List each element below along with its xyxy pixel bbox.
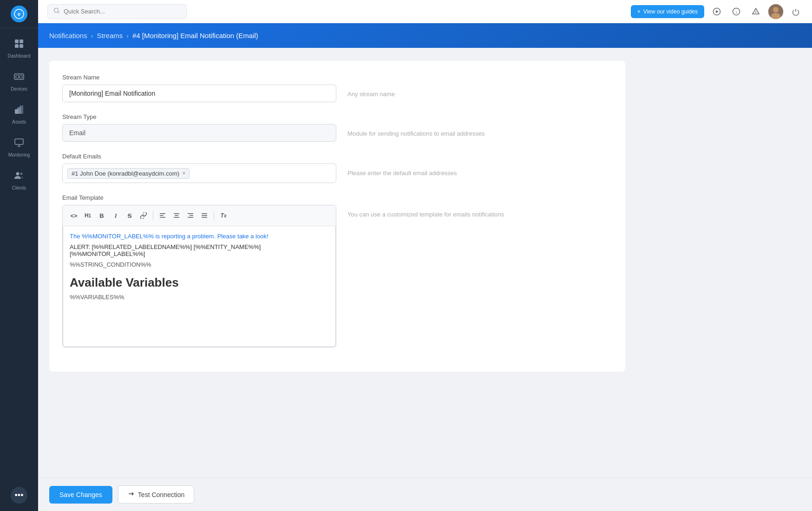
search-icon — [53, 7, 60, 16]
toolbar-align-center[interactable] — [170, 209, 183, 222]
toolbar-align-justify[interactable] — [198, 209, 211, 222]
monitoring-icon — [14, 138, 24, 150]
email-template-label: Email Template — [62, 194, 336, 201]
stream-name-input[interactable] — [62, 85, 336, 102]
info-icon-button[interactable]: i — [729, 5, 743, 19]
svg-point-15 — [54, 8, 59, 12]
sidebar-item-assets-label: Assets — [12, 119, 26, 124]
svg-text:e: e — [18, 11, 20, 17]
editor-condition: %%STRING_CONDITION%% — [70, 261, 329, 268]
page-content: Stream Name Any stream name Stream Type … — [38, 48, 812, 478]
close-icon: × — [637, 8, 641, 15]
devices-icon — [14, 72, 24, 84]
svg-rect-7 — [16, 75, 19, 78]
power-icon-button[interactable] — [789, 5, 803, 19]
email-tag-remove[interactable]: × — [182, 170, 185, 176]
breadcrumb-streams[interactable]: Streams — [97, 32, 123, 39]
avatar[interactable] — [768, 4, 783, 19]
save-changes-button[interactable]: Save Changes — [49, 486, 112, 504]
more-menu-button[interactable]: ••• — [11, 487, 27, 504]
sidebar-item-dashboard-label: Dashboard — [8, 53, 31, 59]
test-connection-button[interactable]: Test Connection — [118, 485, 194, 504]
svg-rect-25 — [160, 217, 165, 218]
editor-alert-detail: ALERT: [%%RELATED_LABELEDNAME%%] [%%ENTI… — [70, 243, 329, 257]
svg-rect-2 — [15, 39, 19, 43]
breadcrumb-current: #4 [Monitoring] Email Notification (Emai… — [132, 32, 258, 39]
sidebar: e Dashboard De — [0, 0, 38, 511]
stream-type-field: Stream Type — [62, 113, 336, 142]
ellipsis-icon: ••• — [15, 491, 24, 500]
svg-rect-11 — [20, 105, 23, 114]
editor-body[interactable]: The %%MONITOR_LABEL%% is reporting a pro… — [63, 226, 336, 347]
sidebar-item-monitoring[interactable]: Monitoring — [0, 131, 38, 164]
toolbar-strikethrough[interactable]: S — [123, 209, 136, 222]
sidebar-nav: Dashboard Devices Assets — [0, 28, 38, 487]
test-connection-label: Test Connection — [138, 491, 184, 498]
sidebar-item-devices-label: Devices — [11, 86, 27, 92]
stream-type-label: Stream Type — [62, 113, 336, 120]
svg-rect-3 — [20, 39, 23, 43]
svg-rect-34 — [202, 217, 207, 218]
toolbar-align-right[interactable] — [184, 209, 197, 222]
svg-rect-8 — [20, 75, 22, 78]
sidebar-item-assets[interactable]: Assets — [0, 98, 38, 131]
search-input[interactable] — [64, 8, 142, 15]
editor-section-title: Available Variables — [70, 275, 329, 290]
svg-rect-24 — [160, 215, 164, 216]
svg-rect-26 — [174, 213, 179, 214]
svg-rect-30 — [190, 215, 193, 216]
default-emails-field: Default Emails #1 John Doe (konradbl@eas… — [62, 153, 336, 183]
breadcrumb-sep-1: › — [91, 32, 93, 39]
editor-alert-text: The %%MONITOR_LABEL%% is reporting a pro… — [70, 233, 329, 240]
svg-rect-32 — [202, 213, 207, 214]
toolbar-align-left[interactable] — [156, 209, 169, 222]
stream-name-row: Stream Name Any stream name — [62, 74, 612, 102]
sidebar-item-monitoring-label: Monitoring — [8, 152, 30, 157]
default-emails-label: Default Emails — [62, 153, 336, 160]
sidebar-item-clients-label: Clients — [12, 185, 26, 190]
toolbar-italic[interactable]: I — [109, 209, 122, 222]
breadcrumb-bar: Notifications › Streams › #4 [Monitoring… — [38, 23, 812, 48]
email-tag-label: #1 John Doe (konradbl@easydcim.com) — [72, 170, 179, 177]
toolbar-code[interactable]: <> — [67, 209, 80, 222]
svg-point-13 — [16, 172, 20, 176]
toolbar-heading[interactable]: H1 — [81, 209, 94, 222]
svg-rect-29 — [188, 213, 193, 214]
sidebar-item-dashboard[interactable]: Dashboard — [0, 32, 38, 65]
default-emails-hint: Please enter the default email addresses — [347, 153, 612, 177]
sidebar-item-clients[interactable]: Clients — [0, 164, 38, 197]
main-wrapper: × View our video guides i — [38, 0, 812, 511]
play-icon-button[interactable] — [710, 5, 724, 19]
alert-icon-button[interactable] — [749, 5, 763, 19]
stream-name-field: Stream Name — [62, 74, 336, 102]
svg-rect-28 — [174, 217, 179, 218]
assets-icon — [14, 105, 24, 117]
stream-name-hint: Any stream name — [347, 74, 612, 98]
toolbar-clear-format[interactable]: Tx — [217, 209, 230, 222]
svg-text:i: i — [736, 10, 737, 14]
svg-rect-27 — [175, 215, 178, 216]
default-emails-input[interactable]: #1 John Doe (konradbl@easydcim.com) × — [62, 164, 336, 183]
toolbar-link[interactable] — [137, 209, 150, 222]
email-template-editor: <> H1 B I S — [62, 205, 336, 347]
email-template-field: Email Template <> H1 B I S — [62, 194, 336, 347]
breadcrumb-notifications[interactable]: Notifications — [49, 32, 87, 39]
svg-marker-17 — [716, 10, 719, 13]
stream-name-label: Stream Name — [62, 74, 336, 81]
svg-point-14 — [20, 173, 23, 175]
video-guide-button[interactable]: × View our video guides — [631, 5, 704, 18]
logo-icon: e — [11, 6, 27, 22]
email-tag: #1 John Doe (konradbl@easydcim.com) × — [67, 168, 190, 179]
svg-rect-5 — [20, 44, 23, 48]
dashboard-icon — [14, 39, 24, 51]
search-bar[interactable] — [47, 4, 187, 19]
logo-area: e — [0, 0, 38, 28]
svg-point-21 — [773, 7, 779, 13]
svg-rect-12 — [15, 139, 23, 144]
toolbar-divider-1 — [153, 211, 153, 220]
toolbar-bold[interactable]: B — [95, 209, 108, 222]
bottom-bar: Save Changes Test Connection — [38, 478, 812, 511]
sidebar-item-devices[interactable]: Devices — [0, 65, 38, 98]
stream-type-input — [62, 124, 336, 142]
header-right: × View our video guides i — [631, 4, 803, 19]
